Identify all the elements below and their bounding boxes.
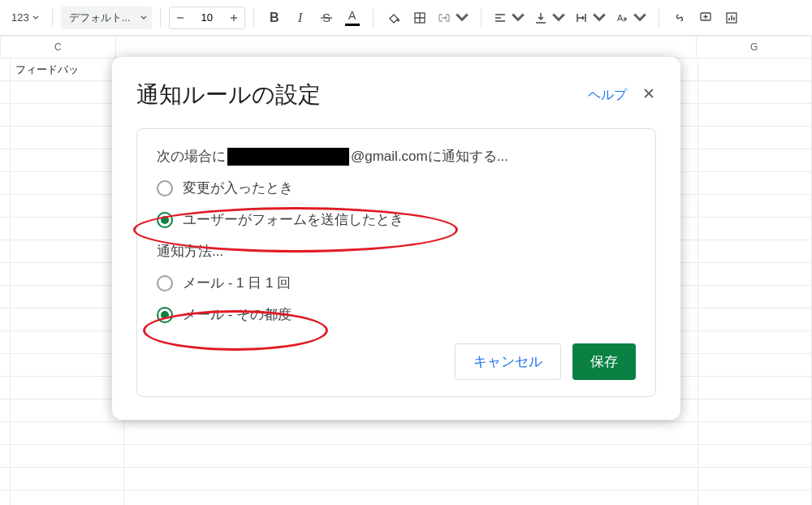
text-color-swatch bbox=[345, 24, 360, 26]
radio-label: 変更が入ったとき bbox=[183, 179, 293, 197]
rotate-icon: A bbox=[615, 11, 629, 25]
h-align-button[interactable] bbox=[490, 6, 529, 30]
svg-point-1 bbox=[397, 19, 400, 21]
table-row bbox=[0, 490, 812, 505]
caret-down-icon bbox=[592, 11, 607, 25]
caret-down-icon bbox=[455, 11, 469, 25]
close-button[interactable] bbox=[641, 86, 656, 105]
radio-right-away[interactable]: メール - その都度 bbox=[157, 305, 636, 324]
help-link[interactable]: ヘルプ bbox=[588, 87, 627, 104]
strikethrough-button[interactable]: S bbox=[314, 6, 339, 30]
separator bbox=[52, 9, 53, 27]
minus-icon bbox=[175, 13, 185, 23]
dialog-body: 次の場合に @gmail.com に通知する... 変更が入ったとき ユーザーが… bbox=[136, 128, 656, 397]
radio-label: ユーザーがフォームを送信したとき bbox=[183, 210, 404, 229]
svg-text:A: A bbox=[617, 13, 624, 23]
font-label: デフォルト... bbox=[69, 11, 131, 25]
format-label: 123 bbox=[11, 11, 29, 24]
v-align-button[interactable] bbox=[530, 6, 569, 30]
borders-icon bbox=[412, 11, 427, 25]
notify-when-label: 次の場合に @gmail.com に通知する... bbox=[157, 147, 636, 166]
link-icon bbox=[672, 11, 687, 25]
separator bbox=[373, 9, 374, 27]
table-row bbox=[0, 445, 812, 468]
wrap-icon bbox=[574, 11, 589, 25]
chart-icon bbox=[724, 11, 739, 25]
radio-indicator bbox=[157, 212, 173, 228]
cell[interactable] bbox=[0, 58, 11, 80]
wrap-text-button[interactable] bbox=[571, 6, 610, 30]
increase-size-button[interactable] bbox=[223, 7, 244, 28]
caret-down-icon bbox=[140, 15, 147, 21]
radio-label: メール - 1 日 1 回 bbox=[183, 274, 291, 292]
save-button[interactable]: 保存 bbox=[572, 343, 636, 380]
toolbar: 123 デフォルト... B I S A bbox=[0, 0, 812, 36]
notification-rules-dialog: 通知ルールの設定 ヘルプ 次の場合に @gmail.com に通知する... 変… bbox=[112, 57, 680, 420]
redacted-email bbox=[227, 148, 349, 166]
bold-button[interactable]: B bbox=[262, 6, 287, 30]
comment-plus-icon bbox=[698, 11, 713, 25]
radio-label: メール - その都度 bbox=[183, 305, 292, 324]
cancel-button[interactable]: キャンセル bbox=[455, 343, 561, 380]
text-rotate-button[interactable]: A bbox=[611, 6, 650, 30]
borders-button[interactable] bbox=[408, 6, 432, 30]
dialog-title: 通知ルールの設定 bbox=[136, 80, 321, 110]
plus-icon bbox=[229, 13, 239, 23]
caret-down-icon bbox=[551, 11, 566, 25]
radio-changes-made[interactable]: 変更が入ったとき bbox=[157, 179, 636, 197]
notification-method-label: 通知方法... bbox=[157, 242, 636, 261]
cell[interactable]: フィードバッ bbox=[11, 58, 124, 80]
column-headers: C G bbox=[0, 36, 812, 58]
chart-button[interactable] bbox=[719, 6, 744, 30]
column-header[interactable]: C bbox=[1, 37, 116, 58]
radio-indicator bbox=[157, 275, 173, 291]
table-row bbox=[0, 468, 812, 490]
fill-icon bbox=[387, 11, 401, 25]
format-dropdown[interactable]: 123 bbox=[3, 6, 44, 29]
comment-button[interactable] bbox=[693, 6, 718, 30]
merge-icon bbox=[437, 11, 451, 25]
text-color-button[interactable]: A bbox=[340, 6, 365, 30]
separator bbox=[481, 9, 482, 27]
separator bbox=[253, 9, 254, 27]
font-size-controls bbox=[169, 6, 245, 29]
radio-daily-digest[interactable]: メール - 1 日 1 回 bbox=[157, 274, 636, 292]
separator bbox=[160, 9, 161, 27]
radio-indicator bbox=[157, 307, 173, 323]
align-left-icon bbox=[493, 11, 508, 25]
caret-down-icon bbox=[32, 15, 39, 21]
italic-button[interactable]: I bbox=[288, 6, 313, 30]
separator bbox=[659, 9, 659, 27]
column-header[interactable] bbox=[116, 37, 697, 58]
radio-form-submitted[interactable]: ユーザーがフォームを送信したとき bbox=[157, 210, 636, 229]
font-dropdown[interactable]: デフォルト... bbox=[61, 6, 152, 29]
merge-cells-button[interactable] bbox=[434, 6, 473, 30]
v-align-icon bbox=[533, 11, 548, 25]
fill-color-button[interactable] bbox=[382, 6, 406, 30]
radio-indicator bbox=[157, 180, 173, 196]
caret-down-icon bbox=[511, 11, 525, 25]
column-header[interactable]: G bbox=[697, 37, 812, 58]
caret-down-icon bbox=[633, 11, 647, 25]
strikethrough-icon: S bbox=[319, 11, 334, 25]
table-row bbox=[0, 422, 812, 445]
close-icon bbox=[641, 86, 656, 101]
decrease-size-button[interactable] bbox=[170, 7, 191, 28]
cell[interactable] bbox=[698, 58, 812, 80]
link-button[interactable] bbox=[667, 6, 692, 30]
font-size-input[interactable] bbox=[191, 7, 223, 28]
